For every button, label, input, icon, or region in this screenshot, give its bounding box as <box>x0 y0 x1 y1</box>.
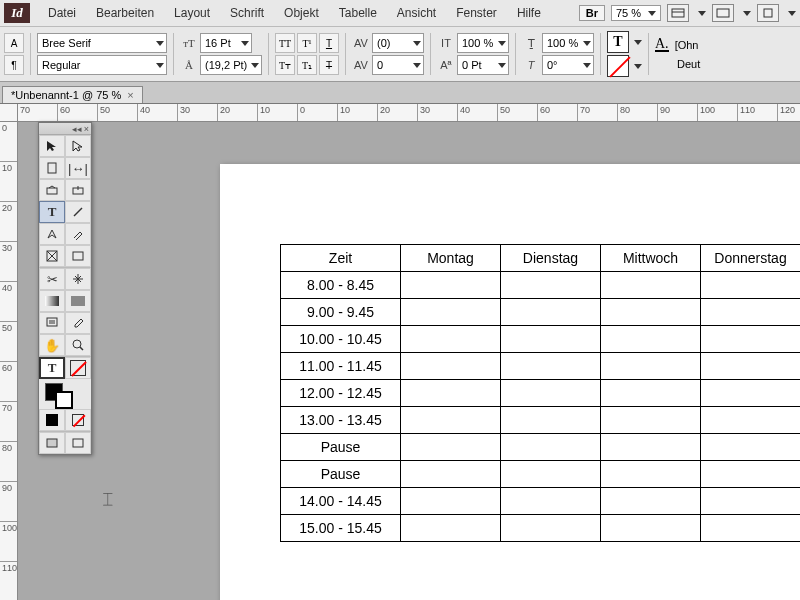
table-cell[interactable] <box>401 488 501 515</box>
table-cell[interactable] <box>601 380 701 407</box>
zoom-tool[interactable] <box>65 334 91 356</box>
fill-formatting-text[interactable]: T <box>39 357 65 379</box>
table-cell[interactable] <box>601 299 701 326</box>
table-row[interactable]: 13.00 - 13.45 <box>281 407 801 434</box>
apply-color[interactable] <box>39 409 65 431</box>
table-cell[interactable] <box>501 434 601 461</box>
time-cell[interactable]: 14.00 - 14.45 <box>281 488 401 515</box>
time-cell[interactable]: 11.00 - 11.45 <box>281 353 401 380</box>
chevron-down-icon[interactable] <box>743 11 751 16</box>
table-cell[interactable] <box>701 272 801 299</box>
selection-tool[interactable] <box>39 135 65 157</box>
table-cell[interactable] <box>501 461 601 488</box>
table-cell[interactable] <box>601 353 701 380</box>
baseline-combo[interactable]: 0 Pt <box>457 55 509 75</box>
table-row[interactable]: 15.00 - 15.45 <box>281 515 801 542</box>
skew-combo[interactable]: 0° <box>542 55 594 75</box>
menu-schrift[interactable]: Schrift <box>220 2 274 24</box>
hand-tool[interactable]: ✋ <box>39 334 65 356</box>
table-cell[interactable] <box>501 380 601 407</box>
view-preview[interactable] <box>65 432 91 454</box>
time-cell[interactable]: 8.00 - 8.45 <box>281 272 401 299</box>
font-family-combo[interactable]: Bree Serif <box>37 33 167 53</box>
table-cell[interactable] <box>601 434 701 461</box>
table-cell[interactable] <box>601 461 701 488</box>
table-cell[interactable] <box>601 515 701 542</box>
font-size-combo[interactable]: 16 Pt <box>200 33 252 53</box>
table-cell[interactable] <box>501 353 601 380</box>
table-header[interactable]: Zeit <box>281 245 401 272</box>
table-cell[interactable] <box>701 488 801 515</box>
table-cell[interactable] <box>701 407 801 434</box>
fill-stroke-proxy[interactable] <box>39 379 91 409</box>
ruler-vertical[interactable]: 0102030405060708090100110120130140 <box>0 122 18 600</box>
time-cell[interactable]: 10.00 - 10.45 <box>281 326 401 353</box>
stroke-formatting-none[interactable] <box>65 357 91 379</box>
document-tab[interactable]: *Unbenannt-1 @ 75 % × <box>2 86 143 103</box>
table-cell[interactable] <box>401 407 501 434</box>
stroke-proxy[interactable] <box>55 391 73 409</box>
table-cell[interactable] <box>501 407 601 434</box>
time-cell[interactable]: 15.00 - 15.45 <box>281 515 401 542</box>
table-cell[interactable] <box>401 272 501 299</box>
zoom-level[interactable]: 75 % <box>611 5 661 21</box>
note-tool[interactable] <box>39 312 65 334</box>
table-cell[interactable] <box>701 434 801 461</box>
chevron-down-icon[interactable] <box>634 40 642 45</box>
table-cell[interactable] <box>401 515 501 542</box>
fill-swatch[interactable]: T <box>607 31 629 53</box>
ruler-origin[interactable] <box>0 104 18 122</box>
time-cell[interactable]: 9.00 - 9.45 <box>281 299 401 326</box>
table-cell[interactable] <box>601 407 701 434</box>
table-cell[interactable] <box>501 515 601 542</box>
close-icon[interactable]: × <box>127 89 133 101</box>
document-page[interactable]: ZeitMontagDienstagMittwochDonnerstag 8.0… <box>220 164 800 600</box>
table-cell[interactable] <box>701 380 801 407</box>
table-cell[interactable] <box>401 434 501 461</box>
scissors-tool[interactable]: ✂ <box>39 268 65 290</box>
stroke-swatch[interactable] <box>607 55 629 77</box>
leading-combo[interactable]: (19,2 Pt) <box>200 55 262 75</box>
page-tool[interactable] <box>39 157 65 179</box>
menu-datei[interactable]: Datei <box>38 2 86 24</box>
table-cell[interactable] <box>401 299 501 326</box>
direct-selection-tool[interactable] <box>65 135 91 157</box>
hscale-combo[interactable]: 100 % <box>542 33 594 53</box>
tools-palette[interactable]: ◂◂× |↔| T ✂ ✋ T <box>38 122 92 455</box>
view-mode-icon-2[interactable] <box>712 4 734 22</box>
chevron-down-icon[interactable] <box>634 64 642 69</box>
table-cell[interactable] <box>401 380 501 407</box>
menu-fenster[interactable]: Fenster <box>446 2 507 24</box>
palette-header[interactable]: ◂◂× <box>39 123 91 135</box>
pencil-tool[interactable] <box>65 223 91 245</box>
ruler-horizontal[interactable]: 7060504030201001020304050607080901001101… <box>18 104 800 122</box>
tracking-combo[interactable]: 0 <box>372 55 424 75</box>
table-row[interactable]: 14.00 - 14.45 <box>281 488 801 515</box>
chevron-down-icon[interactable] <box>788 11 796 16</box>
table-cell[interactable] <box>601 272 701 299</box>
view-mode-icon-3[interactable] <box>757 4 779 22</box>
gradient-feather-tool[interactable] <box>65 290 91 312</box>
menu-ansicht[interactable]: Ansicht <box>387 2 446 24</box>
table-cell[interactable] <box>701 353 801 380</box>
view-mode-icon-1[interactable] <box>667 4 689 22</box>
rectangle-tool[interactable] <box>65 245 91 267</box>
table-row[interactable]: 11.00 - 11.45 <box>281 353 801 380</box>
table-row[interactable]: 9.00 - 9.45 <box>281 299 801 326</box>
vscale-combo[interactable]: 100 % <box>457 33 509 53</box>
table-row[interactable]: 12.00 - 12.45 <box>281 380 801 407</box>
table-row[interactable]: Pause <box>281 461 801 488</box>
table-cell[interactable] <box>401 326 501 353</box>
line-tool[interactable] <box>65 201 91 223</box>
table-row[interactable]: Pause <box>281 434 801 461</box>
pen-tool[interactable] <box>39 223 65 245</box>
table-header[interactable]: Mittwoch <box>601 245 701 272</box>
table-cell[interactable] <box>601 488 701 515</box>
table-cell[interactable] <box>501 299 601 326</box>
table-row[interactable]: 8.00 - 8.45 <box>281 272 801 299</box>
schedule-table[interactable]: ZeitMontagDienstagMittwochDonnerstag 8.0… <box>280 244 800 542</box>
table-row[interactable]: 10.00 - 10.45 <box>281 326 801 353</box>
time-cell[interactable]: 12.00 - 12.45 <box>281 380 401 407</box>
smallcaps-button[interactable]: Tᴛ <box>275 55 295 75</box>
table-cell[interactable] <box>701 326 801 353</box>
